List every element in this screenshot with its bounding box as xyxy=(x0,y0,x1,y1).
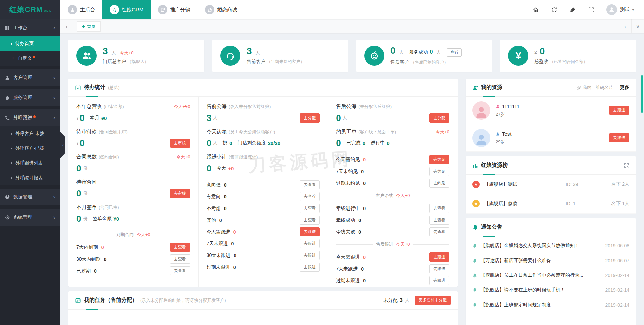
topnav-tab-backend[interactable]: 主后台 xyxy=(60,0,102,19)
go-follow-button[interactable]: 去跟进 xyxy=(429,264,449,273)
ranking-row[interactable]: ★ 【旗舰店】测试 ID: 39 名下 2人 xyxy=(466,175,636,194)
resource-item[interactable]: 1111111 27岁 去跟进 xyxy=(466,97,636,124)
main-area: 主后台 红娘CRM 推广分销 婚恋商城 测试 xyxy=(60,0,644,325)
go-assign-button[interactable]: 去分配 xyxy=(300,113,320,123)
go-view-button[interactable]: 去查看 xyxy=(170,266,190,275)
qr-icon[interactable] xyxy=(624,162,629,168)
go-view-button[interactable]: 去查看 xyxy=(300,192,320,201)
sidebar-item-system[interactable]: 系统管理 ∨ xyxy=(0,209,60,226)
row-value: 0 xyxy=(363,278,366,283)
go-audit-button[interactable]: 去审核 xyxy=(170,139,190,148)
yen-icon: ¥ xyxy=(508,46,528,66)
bell-icon xyxy=(472,273,477,278)
stat-card-info: 0 人 服务成功 0 人 查看 售后客户 （售后已签约客户） xyxy=(390,46,484,65)
bell-icon xyxy=(472,258,477,263)
sidebar-item-outcall-followlist[interactable]: 外呼跟进列表 xyxy=(0,156,60,171)
stat-card-presale-customers: 3 人 售前客户 （售前未签约客户） xyxy=(212,40,348,72)
home-icon[interactable] xyxy=(533,7,539,13)
sidebar-item-outcall-dialed[interactable]: 外呼客户-已拨 xyxy=(0,141,60,156)
topnav-tab-crm[interactable]: 红娘CRM xyxy=(102,0,151,19)
more-link[interactable]: 更多 xyxy=(620,85,629,91)
notice-row[interactable]: 【旗舰店】请不要在上班的时候玩手机！ 2019-02-14 xyxy=(466,283,636,297)
go-view-button[interactable]: 去查看 xyxy=(170,254,190,264)
go-follow-button[interactable]: 去跟进 xyxy=(609,133,629,142)
go-follow-button[interactable]: 去跟进 xyxy=(609,106,629,115)
fullscreen-icon[interactable] xyxy=(588,7,594,13)
go-assign-button[interactable]: 去分配 xyxy=(429,113,449,123)
view-button[interactable]: 查看 xyxy=(447,48,462,57)
go-view-button[interactable]: 去查看 xyxy=(429,216,449,225)
medal-gold-icon: ★ xyxy=(472,200,480,207)
resource-item[interactable]: Test 29岁 去跟进 xyxy=(466,124,636,152)
block-note: (录入未分配售前红娘) xyxy=(229,104,271,110)
scrollbar-thumb[interactable] xyxy=(641,75,643,113)
go-follow-button[interactable]: 去跟进 xyxy=(300,227,320,236)
sidebar-item-label: 系统管理 xyxy=(13,214,32,220)
user-menu[interactable]: 测试 ▾ xyxy=(606,4,634,15)
notice-text: 【旗舰店】金媒婚恋交友系统国庆节放假通知！ xyxy=(481,243,600,249)
topnav-tab-promotion[interactable]: 推广分销 xyxy=(151,0,198,19)
notice-date: 2019-02-14 xyxy=(605,273,629,278)
go-meet-button[interactable]: 去约见 xyxy=(429,155,449,164)
stat-value: 0 xyxy=(390,46,396,55)
sidebar-item-todo-home[interactable]: 待办首页 xyxy=(0,36,60,51)
sidebar-item-outcall-report[interactable]: 外呼统计报表 xyxy=(0,171,60,185)
row-label: 已过期 xyxy=(76,268,91,274)
notice-row[interactable]: 【旗舰店】员工在日常工作当中必须遵守的行为... 2019-02-14 xyxy=(466,268,636,283)
refresh-icon[interactable] xyxy=(551,7,557,13)
sidebar-item-workbench[interactable]: 工作台 ∧ xyxy=(0,19,60,36)
topnav-tab-mall[interactable]: 婚恋商城 xyxy=(198,0,245,19)
ranking-row[interactable]: ★ 【旗舰店】蔡蔡 ID: 1 名下 1人 xyxy=(466,194,636,214)
go-view-button[interactable]: 去查看 xyxy=(300,204,320,213)
tab-home[interactable]: 首页 xyxy=(77,21,101,32)
sidebar-item-outcall-undialed[interactable]: 外呼客户-未拨 xyxy=(0,126,60,141)
sidebar-item-services[interactable]: 服务管理 ∨ xyxy=(0,89,60,106)
go-meet-button[interactable]: 去约见 xyxy=(429,167,449,176)
go-view-button[interactable]: 去查看 xyxy=(429,204,449,213)
go-follow-button[interactable]: 去跟进 xyxy=(429,276,449,285)
row-label: 意向强 xyxy=(207,182,221,188)
sidebar-item-custom[interactable]: ± 自定义 xyxy=(0,51,60,66)
block-today: 今天+0 xyxy=(176,154,190,160)
go-meet-button[interactable]: 去约见 xyxy=(429,179,449,188)
sidebar-item-outcall[interactable]: 外呼跟进 ∧ xyxy=(0,109,60,126)
row-value: 0 xyxy=(233,229,236,235)
app-logo-text: 红娘CRM xyxy=(9,5,43,15)
sidebar-item-label: 外呼客户-未拨 xyxy=(15,131,44,137)
clean-icon[interactable] xyxy=(570,7,576,13)
qr-card-label: 我的二维码名片 xyxy=(583,85,613,91)
sidebar-item-customers[interactable]: 客户管理 ∨ xyxy=(0,69,60,86)
go-view-button[interactable]: 去查看 xyxy=(300,180,320,189)
go-follow-button[interactable]: 去跟进 xyxy=(300,263,320,272)
bullet-icon xyxy=(11,162,12,164)
stat-block-pending-pay: 待审付款(合同金额未审) ¥0去审核 xyxy=(76,129,190,148)
notice-row[interactable]: 【旗舰店】金媒婚恋交友系统国庆节放假通知！ 2019-06-08 xyxy=(466,238,636,253)
go-view-button[interactable]: 去查看 xyxy=(429,227,449,236)
notice-row[interactable]: 【万达店】新店开张需要什么准备 2019-06-07 xyxy=(466,253,636,268)
go-view-button[interactable]: 去查看 xyxy=(300,216,320,225)
resource-age: 29岁 xyxy=(496,139,609,145)
qr-card-link[interactable]: 我的二维码名片 xyxy=(576,85,613,91)
go-view-button[interactable]: 去查看 xyxy=(170,243,190,252)
sidebar-item-data[interactable]: 数据管理 ∨ xyxy=(0,189,60,205)
row-label: 7天未跟进 xyxy=(207,241,228,247)
more-unassigned-button[interactable]: 更多售前未分配 xyxy=(415,296,451,305)
todo-panel-header: 待办统计 (总览) xyxy=(68,79,458,97)
stat-card-store-customers: 3 人 今天+0 门店总客户 （旗舰店） xyxy=(68,40,204,72)
notice-row[interactable]: 【旗舰店】上班规定时间规定制度 2019-02-14 xyxy=(466,297,636,312)
stat-block-claim-today: 今天认领(员工今天公海认领客户) 0人扔0门店剩余额度20/20 xyxy=(207,129,320,148)
tabs-scroll-left[interactable]: ‹ xyxy=(60,19,73,33)
mini-row-intent-strong: 意向强0去查看 xyxy=(207,179,320,191)
row-label: 7天内到期 xyxy=(76,244,98,250)
tabs-scroll-right[interactable]: › xyxy=(619,19,631,33)
orange-dot-badge xyxy=(33,115,36,118)
resources-list: 1111111 27岁 去跟进 Test 29岁 xyxy=(466,97,636,152)
go-audit-button[interactable]: 去审核 xyxy=(170,189,190,198)
go-follow-button[interactable]: 去跟进 xyxy=(300,251,320,260)
tabs-menu-toggle[interactable]: ∨ xyxy=(631,19,644,33)
section-divider: 客户牵线今天+0 xyxy=(336,190,449,201)
go-follow-button[interactable]: 去跟进 xyxy=(300,239,320,248)
go-follow-button[interactable]: 去跟进 xyxy=(429,252,449,262)
unassigned-value: 3 xyxy=(400,297,403,304)
block-value: 0 xyxy=(76,214,81,223)
